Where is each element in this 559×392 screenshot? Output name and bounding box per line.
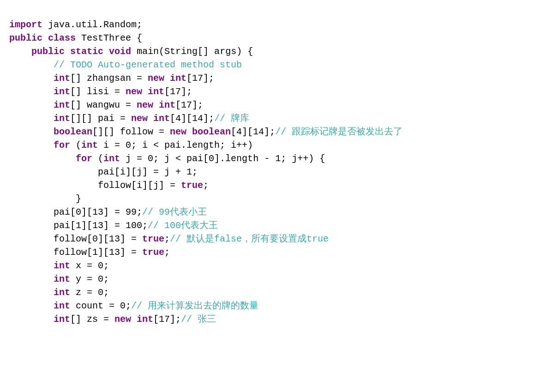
line-23: int[] zs = new int[17];// 张三 [9,314,216,325]
line-8: int[][] pai = new int[4][14];// 牌库 [9,113,249,124]
line-5: int[] zhangsan = new int[17]; [9,73,214,84]
line-12: pai[i][j] = j + 1; [9,167,198,177]
line-9: boolean[][] follow = new boolean[4][14];… [9,127,403,137]
line-22: int count = 0;// 用来计算发出去的牌的数量 [9,301,258,311]
line-16: pai[1][13] = 100;// 100代表大王 [9,220,218,231]
line-17: follow[0][13] = true;// 默认是false，所有要设置成t… [9,234,329,244]
line-14: } [9,193,81,204]
line-7: int[] wangwu = new int[17]; [9,100,203,110]
code-editor: import java.util.Random; public class Te… [9,5,550,326]
line-2: public class TestThree { [9,33,142,43]
line-6: int[] lisi = new int[17]; [9,86,192,97]
line-13: follow[i][j] = true; [9,180,209,191]
line-15: pai[0][13] = 99;// 99代表小王 [9,207,207,217]
line-19: int x = 0; [9,260,109,271]
line-3: public static void main(String[] args) { [9,46,253,57]
line-4: // TODO Auto-generated method stub [9,60,242,70]
line-20: int y = 0; [9,274,109,284]
line-10: for (int i = 0; i < pai.length; i++) [9,140,253,151]
line-18: follow[1][13] = true; [9,247,170,258]
line-11: for (int j = 0; j < pai[0].length - 1; j… [9,153,325,164]
line-21: int z = 0; [9,287,109,298]
line-1: import java.util.Random; [9,19,142,30]
